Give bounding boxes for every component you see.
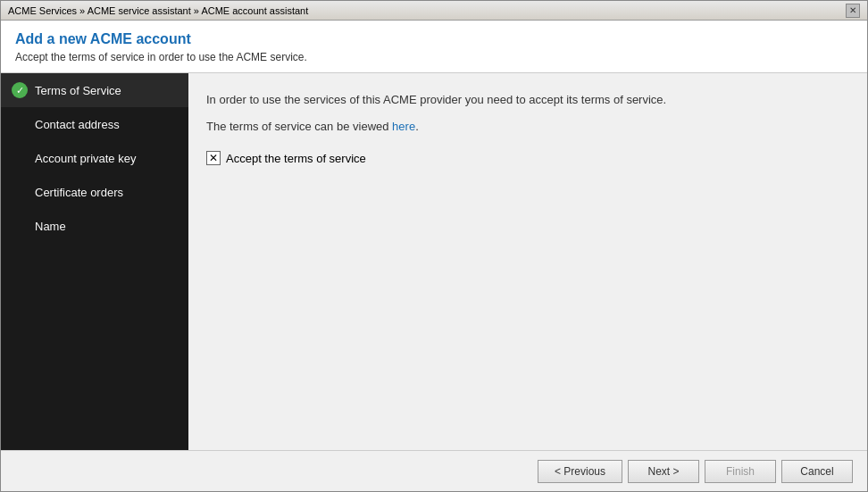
sidebar-item-certorders[interactable]: Certificate orders xyxy=(1,175,188,209)
accept-terms-checkbox[interactable]: ✕ xyxy=(206,151,221,165)
sidebar-item-privatekey[interactable]: Account private key xyxy=(1,141,188,175)
paragraph2-prefix: The terms of service can be viewed xyxy=(206,120,392,133)
sidebar-item-label: Name xyxy=(35,220,66,233)
previous-button[interactable]: < Previous xyxy=(538,460,622,483)
accept-terms-row: ✕ Accept the terms of service xyxy=(206,151,849,165)
empty-icon xyxy=(12,116,28,132)
finish-button[interactable]: Finish xyxy=(705,460,776,483)
footer: < Previous Next > Finish Cancel xyxy=(1,450,867,491)
sidebar: ✓Terms of ServiceContact addressAccount … xyxy=(1,73,188,450)
main-window: ACME Services » ACME service assistant »… xyxy=(0,0,868,492)
next-button[interactable]: Next > xyxy=(628,460,699,483)
page-title: Add a new ACME account xyxy=(15,31,853,47)
sidebar-item-name[interactable]: Name xyxy=(1,209,188,243)
cancel-button[interactable]: Cancel xyxy=(781,460,853,483)
main-content: In order to use the services of this ACM… xyxy=(188,73,867,450)
header: Add a new ACME account Accept the terms … xyxy=(1,21,867,73)
empty-icon xyxy=(12,218,28,234)
page-subtitle: Accept the terms of service in order to … xyxy=(15,51,853,63)
sidebar-item-label: Contact address xyxy=(35,118,120,131)
content-paragraph-1: In order to use the services of this ACM… xyxy=(206,91,849,109)
titlebar-text: ACME Services » ACME service assistant »… xyxy=(8,5,308,16)
checkmark-icon: ✓ xyxy=(12,82,28,98)
empty-icon xyxy=(12,184,28,200)
paragraph2-suffix: . xyxy=(415,120,419,133)
sidebar-item-label: Certificate orders xyxy=(35,186,123,199)
here-link[interactable]: here xyxy=(392,120,415,133)
sidebar-item-label: Terms of Service xyxy=(35,84,121,97)
sidebar-item-label: Account private key xyxy=(35,152,136,165)
empty-icon xyxy=(12,150,28,166)
accept-terms-label: Accept the terms of service xyxy=(226,152,366,165)
titlebar: ACME Services » ACME service assistant »… xyxy=(1,1,867,21)
content-paragraph-2: The terms of service can be viewed here. xyxy=(206,118,849,136)
sidebar-item-terms[interactable]: ✓Terms of Service xyxy=(1,73,188,107)
sidebar-item-contact[interactable]: Contact address xyxy=(1,107,188,141)
body: ✓Terms of ServiceContact addressAccount … xyxy=(1,73,867,450)
close-button[interactable]: ✕ xyxy=(846,4,860,18)
